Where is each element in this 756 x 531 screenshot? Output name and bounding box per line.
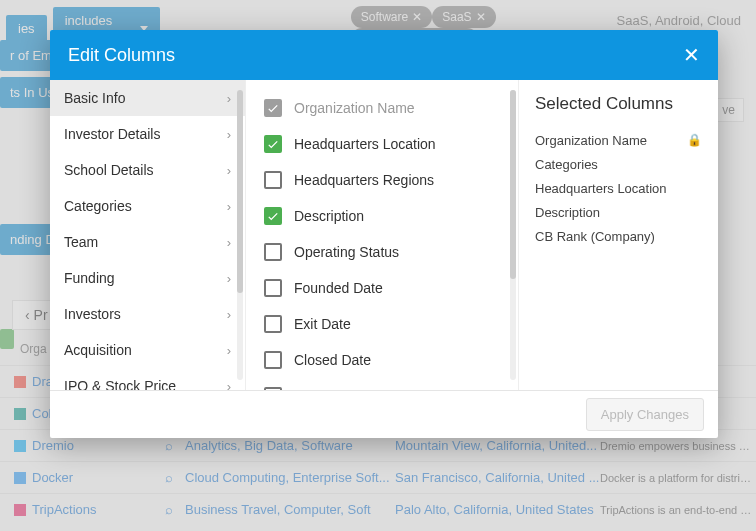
field-row-organization-name: Organization Name xyxy=(246,90,518,126)
group-item-basic-info[interactable]: Basic Info› xyxy=(50,80,245,116)
close-icon[interactable]: ✕ xyxy=(683,45,700,65)
selected-columns-panel: Selected Columns Organization Name🔒Categ… xyxy=(518,80,718,390)
chevron-right-icon: › xyxy=(227,127,231,142)
modal-header: Edit Columns ✕ xyxy=(50,30,718,80)
selected-item[interactable]: Organization Name🔒 xyxy=(535,128,702,152)
checkbox[interactable] xyxy=(264,207,282,225)
group-label: IPO & Stock Price xyxy=(64,378,176,390)
selected-item[interactable]: Categories xyxy=(535,152,702,176)
field-row-operating-status[interactable]: Operating Status xyxy=(246,234,518,270)
checkbox[interactable] xyxy=(264,315,282,333)
group-item-investor-details[interactable]: Investor Details› xyxy=(50,116,245,152)
apply-changes-button[interactable]: Apply Changes xyxy=(586,398,704,431)
field-label: Headquarters Location xyxy=(294,136,436,152)
group-label: Categories xyxy=(64,198,132,214)
chevron-right-icon: › xyxy=(227,235,231,250)
checkbox[interactable] xyxy=(264,351,282,369)
chevron-right-icon: › xyxy=(227,163,231,178)
group-item-school-details[interactable]: School Details› xyxy=(50,152,245,188)
chevron-right-icon: › xyxy=(227,379,231,391)
modal-title: Edit Columns xyxy=(68,45,175,66)
selected-label: CB Rank (Company) xyxy=(535,229,655,244)
selected-label: Categories xyxy=(535,157,598,172)
field-label: Description xyxy=(294,208,364,224)
group-item-categories[interactable]: Categories› xyxy=(50,188,245,224)
selected-label: Organization Name xyxy=(535,133,647,148)
group-label: Investor Details xyxy=(64,126,160,142)
field-label: Closed Date xyxy=(294,352,371,368)
field-label: Exit Date xyxy=(294,316,351,332)
field-row-closed-date[interactable]: Closed Date xyxy=(246,342,518,378)
field-label: Headquarters Regions xyxy=(294,172,434,188)
field-row-founded-date[interactable]: Founded Date xyxy=(246,270,518,306)
chevron-right-icon: › xyxy=(227,307,231,322)
group-label: Funding xyxy=(64,270,115,286)
group-item-acquisition[interactable]: Acquisition› xyxy=(50,332,245,368)
chevron-right-icon: › xyxy=(227,199,231,214)
chevron-right-icon: › xyxy=(227,271,231,286)
selected-label: Headquarters Location xyxy=(535,181,667,196)
group-item-ipo-stock-price[interactable]: IPO & Stock Price› xyxy=(50,368,245,390)
checkbox[interactable] xyxy=(264,171,282,189)
selected-item[interactable]: CB Rank (Company) xyxy=(535,224,702,248)
modal-footer: Apply Changes xyxy=(50,390,718,438)
group-label: Acquisition xyxy=(64,342,132,358)
group-label: Team xyxy=(64,234,98,250)
field-label: Founded Date xyxy=(294,280,383,296)
selected-columns-title: Selected Columns xyxy=(535,94,702,114)
field-label: Company Type xyxy=(294,388,388,390)
field-row-description[interactable]: Description xyxy=(246,198,518,234)
group-label: School Details xyxy=(64,162,154,178)
field-row-company-type[interactable]: Company Type xyxy=(246,378,518,390)
field-label: Organization Name xyxy=(294,100,415,116)
chevron-right-icon: › xyxy=(227,91,231,106)
field-row-headquarters-regions[interactable]: Headquarters Regions xyxy=(246,162,518,198)
checkbox[interactable] xyxy=(264,135,282,153)
selected-item[interactable]: Headquarters Location xyxy=(535,176,702,200)
group-item-team[interactable]: Team› xyxy=(50,224,245,260)
checkbox[interactable] xyxy=(264,243,282,261)
checkbox[interactable] xyxy=(264,387,282,390)
column-groups-list: Basic Info›Investor Details›School Detai… xyxy=(50,80,246,390)
selected-label: Description xyxy=(535,205,600,220)
field-row-exit-date[interactable]: Exit Date xyxy=(246,306,518,342)
chevron-right-icon: › xyxy=(227,343,231,358)
group-label: Investors xyxy=(64,306,121,322)
checkbox[interactable] xyxy=(264,279,282,297)
field-row-headquarters-location[interactable]: Headquarters Location xyxy=(246,126,518,162)
checkbox xyxy=(264,99,282,117)
group-item-funding[interactable]: Funding› xyxy=(50,260,245,296)
lock-icon: 🔒 xyxy=(687,133,702,147)
field-label: Operating Status xyxy=(294,244,399,260)
group-label: Basic Info xyxy=(64,90,125,106)
column-fields-list: Organization NameHeadquarters LocationHe… xyxy=(246,80,518,390)
edit-columns-modal: Edit Columns ✕ Basic Info›Investor Detai… xyxy=(50,30,718,438)
group-item-investors[interactable]: Investors› xyxy=(50,296,245,332)
selected-item[interactable]: Description xyxy=(535,200,702,224)
